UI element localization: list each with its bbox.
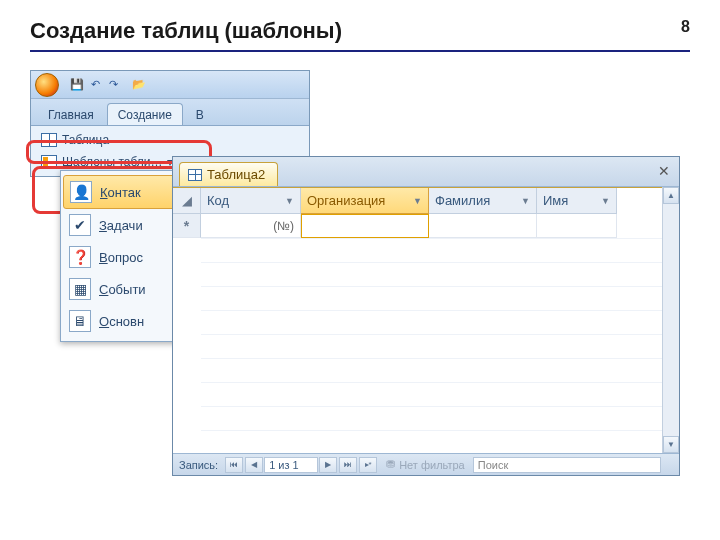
new-row-marker[interactable]: * bbox=[173, 214, 201, 238]
undo-icon[interactable]: ↶ bbox=[87, 77, 103, 93]
ribbon-btn-templates-label: Шаблоны табли… bbox=[62, 155, 162, 169]
grid-background bbox=[201, 238, 679, 475]
cell-id[interactable]: (№) bbox=[201, 214, 301, 238]
close-button[interactable]: ✕ bbox=[657, 164, 671, 178]
datasheet-grid[interactable]: ◢ Код▼ Организация▼ Фамилия▼ Имя▼ * (№) bbox=[173, 187, 679, 475]
chevron-down-icon[interactable]: ▼ bbox=[521, 196, 530, 206]
templates-dropdown: 👤 ККонтаконтак ✔ Задачи ❓ Вопрос ▦ Событ… bbox=[60, 170, 188, 342]
vertical-scrollbar[interactable]: ▲ ▼ bbox=[662, 187, 679, 453]
chevron-down-icon[interactable]: ▼ bbox=[601, 196, 610, 206]
filter-indicator[interactable]: ⛃ Нет фильтра bbox=[378, 458, 473, 471]
issues-icon: ❓ bbox=[69, 246, 91, 268]
templates-icon bbox=[41, 155, 57, 169]
dropdown-item-assets[interactable]: 🖥 Основн bbox=[63, 305, 185, 337]
quick-access-toolbar: 💾 ↶ ↷ 📂 bbox=[31, 71, 309, 99]
nav-first-button[interactable]: ⏮ bbox=[225, 457, 243, 473]
slide-number: 8 bbox=[681, 18, 690, 36]
nav-prev-button[interactable]: ◀ bbox=[245, 457, 263, 473]
record-label: Запись: bbox=[173, 459, 224, 471]
nav-last-button[interactable]: ⏭ bbox=[339, 457, 357, 473]
datasheet-tab[interactable]: Таблица2 bbox=[179, 162, 278, 186]
record-position[interactable]: 1 из 1 bbox=[264, 457, 318, 473]
dropdown-item-issues[interactable]: ❓ Вопрос bbox=[63, 241, 185, 273]
dropdown-item-events[interactable]: ▦ Событи bbox=[63, 273, 185, 305]
dropdown-item-tasks[interactable]: ✔ Задачи bbox=[63, 209, 185, 241]
slide-title: Создание таблиц (шаблоны) bbox=[30, 18, 342, 44]
search-box[interactable]: Поиск bbox=[473, 457, 661, 473]
tab-home[interactable]: Главная bbox=[37, 103, 105, 125]
column-header-lastname[interactable]: Фамилия▼ bbox=[429, 188, 537, 214]
tab-other[interactable]: В bbox=[185, 103, 215, 125]
table-icon bbox=[188, 169, 202, 181]
dropdown-item-label: Задачи bbox=[99, 218, 143, 233]
chevron-down-icon[interactable]: ▼ bbox=[413, 196, 422, 206]
select-all-cell[interactable]: ◢ bbox=[173, 188, 201, 214]
chevron-down-icon[interactable]: ▼ bbox=[285, 196, 294, 206]
column-header-id[interactable]: Код▼ bbox=[201, 188, 301, 214]
open-icon[interactable]: 📂 bbox=[131, 77, 147, 93]
scroll-down-button[interactable]: ▼ bbox=[663, 436, 679, 453]
cell-firstname[interactable] bbox=[537, 214, 617, 238]
dropdown-item-label: ККонтаконтак bbox=[100, 185, 141, 200]
filter-icon: ⛃ bbox=[386, 458, 395, 471]
tasks-icon: ✔ bbox=[69, 214, 91, 236]
column-header-org[interactable]: Организация▼ bbox=[301, 188, 429, 214]
datasheet-tabbar: Таблица2 ✕ bbox=[173, 157, 679, 187]
cell-org-active[interactable] bbox=[301, 214, 429, 238]
column-header-firstname[interactable]: Имя▼ bbox=[537, 188, 617, 214]
ribbon-btn-table[interactable]: Таблица bbox=[35, 129, 305, 151]
datasheet-tab-label: Таблица2 bbox=[207, 167, 265, 182]
nav-new-button[interactable]: ▸* bbox=[359, 457, 377, 473]
save-icon[interactable]: 💾 bbox=[69, 77, 85, 93]
dropdown-item-label: Основн bbox=[99, 314, 144, 329]
slide-divider bbox=[30, 50, 690, 52]
dropdown-item-contacts[interactable]: 👤 ККонтаконтак bbox=[63, 175, 185, 209]
dropdown-item-label: Вопрос bbox=[99, 250, 143, 265]
record-navigator: Запись: ⏮ ◀ 1 из 1 ▶ ⏭ ▸* ⛃ Нет фильтра … bbox=[173, 453, 679, 475]
contacts-icon: 👤 bbox=[70, 181, 92, 203]
office-button[interactable] bbox=[35, 73, 59, 97]
dropdown-item-label: Событи bbox=[99, 282, 146, 297]
ribbon-btn-table-label: Таблица bbox=[62, 133, 109, 147]
assets-icon: 🖥 bbox=[69, 310, 91, 332]
events-icon: ▦ bbox=[69, 278, 91, 300]
table-icon bbox=[41, 133, 57, 147]
scroll-up-button[interactable]: ▲ bbox=[663, 187, 679, 204]
datasheet-window: Таблица2 ✕ ◢ Код▼ Организация▼ Фамилия▼ … bbox=[172, 156, 680, 476]
cell-lastname[interactable] bbox=[429, 214, 537, 238]
nav-next-button[interactable]: ▶ bbox=[319, 457, 337, 473]
ribbon-tabs: Главная Создание В bbox=[31, 99, 309, 125]
tab-create[interactable]: Создание bbox=[107, 103, 183, 125]
redo-icon[interactable]: ↷ bbox=[105, 77, 121, 93]
